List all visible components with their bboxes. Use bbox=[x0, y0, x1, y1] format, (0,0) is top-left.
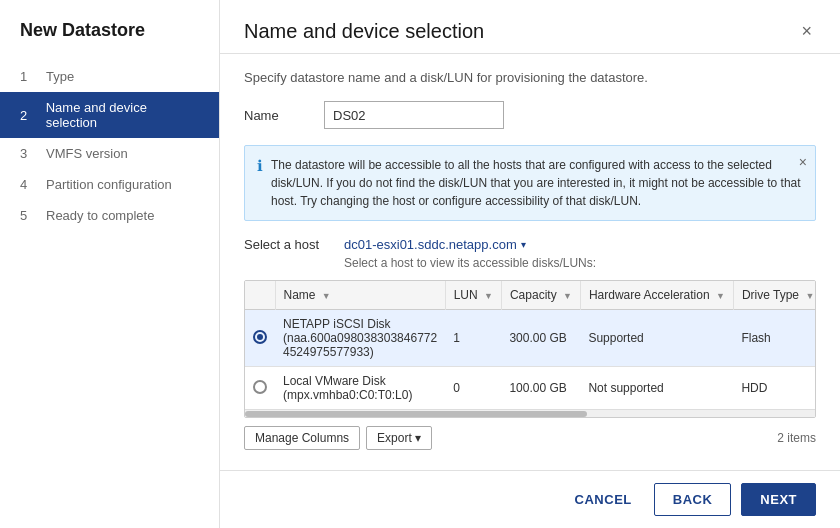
sidebar-item-name-device[interactable]: 2 Name and device selection bbox=[0, 92, 219, 138]
table-actions: Manage Columns Export ▾ 2 items bbox=[244, 426, 816, 450]
cell-capacity-2: 100.00 GB bbox=[501, 367, 580, 410]
sidebar-item-partition[interactable]: 4 Partition configuration bbox=[0, 169, 219, 200]
cell-name-2: Local VMware Disk (mpx.vmhba0:C0:T0:L0) bbox=[275, 367, 445, 410]
step-num-2: 2 bbox=[20, 108, 38, 123]
col-hw-accel[interactable]: Hardware Acceleration ▼ bbox=[580, 281, 733, 310]
sort-icon-drive: ▼ bbox=[805, 291, 814, 301]
cell-hw-2: Not supported bbox=[580, 367, 733, 410]
main-footer: CANCEL BACK NEXT bbox=[220, 470, 840, 528]
sidebar-item-ready[interactable]: 5 Ready to complete bbox=[0, 200, 219, 231]
sidebar-label-type: Type bbox=[46, 69, 74, 84]
new-datastore-dialog: New Datastore 1 Type 2 Name and device s… bbox=[0, 0, 840, 528]
subtitle-text: Specify datastore name and a disk/LUN fo… bbox=[244, 70, 816, 85]
sort-icon-capacity: ▼ bbox=[563, 291, 572, 301]
cell-drive-2: HDD bbox=[733, 367, 815, 410]
select-host-label: Select a host bbox=[244, 237, 344, 252]
scrollbar-thumb[interactable] bbox=[245, 411, 587, 417]
sort-icon-hw: ▼ bbox=[716, 291, 725, 301]
col-radio bbox=[245, 281, 275, 310]
sidebar-label-name-device: Name and device selection bbox=[46, 100, 199, 130]
step-num-4: 4 bbox=[20, 177, 38, 192]
host-row: Select a host dc01-esxi01.sddc.netapp.co… bbox=[244, 237, 816, 252]
table-header-row: Name ▼ LUN ▼ Capacity ▼ bbox=[245, 281, 815, 310]
info-icon: ℹ bbox=[257, 157, 263, 175]
radio-button-1[interactable] bbox=[253, 330, 267, 344]
name-label: Name bbox=[244, 108, 324, 123]
disk-table-container: Name ▼ LUN ▼ Capacity ▼ bbox=[244, 280, 816, 418]
main-panel: Name and device selection × Specify data… bbox=[220, 0, 840, 528]
cell-capacity-1: 300.00 GB bbox=[501, 310, 580, 367]
table-row[interactable]: Local VMware Disk (mpx.vmhba0:C0:T0:L0) … bbox=[245, 367, 815, 410]
wizard-sidebar: New Datastore 1 Type 2 Name and device s… bbox=[0, 0, 220, 528]
info-box: ℹ The datastore will be accessible to al… bbox=[244, 145, 816, 221]
info-text: The datastore will be accessible to all … bbox=[271, 156, 803, 210]
cell-hw-1: Supported bbox=[580, 310, 733, 367]
step-num-3: 3 bbox=[20, 146, 38, 161]
sidebar-label-partition: Partition configuration bbox=[46, 177, 172, 192]
export-button[interactable]: Export ▾ bbox=[366, 426, 432, 450]
cell-name-1: NETAPP iSCSI Disk (naa.600a0980383038467… bbox=[275, 310, 445, 367]
table-buttons: Manage Columns Export ▾ bbox=[244, 426, 432, 450]
step-num-5: 5 bbox=[20, 208, 38, 223]
name-form-row: Name bbox=[244, 101, 816, 129]
manage-columns-button[interactable]: Manage Columns bbox=[244, 426, 360, 450]
cell-lun-1: 1 bbox=[445, 310, 501, 367]
export-label: Export bbox=[377, 431, 412, 445]
sidebar-label-vmfs: VMFS version bbox=[46, 146, 128, 161]
col-name[interactable]: Name ▼ bbox=[275, 281, 445, 310]
radio-button-2[interactable] bbox=[253, 380, 267, 394]
next-button[interactable]: NEXT bbox=[741, 483, 816, 516]
sort-icon-lun: ▼ bbox=[484, 291, 493, 301]
close-info-button[interactable]: × bbox=[799, 154, 807, 170]
cancel-button[interactable]: CANCEL bbox=[563, 484, 644, 515]
dialog-title: New Datastore bbox=[0, 20, 219, 61]
sidebar-item-vmfs[interactable]: 3 VMFS version bbox=[0, 138, 219, 169]
horizontal-scrollbar[interactable] bbox=[245, 409, 815, 417]
export-chevron-icon: ▾ bbox=[415, 431, 421, 445]
host-dropdown[interactable]: dc01-esxi01.sddc.netapp.com ▾ bbox=[344, 237, 526, 252]
item-count: 2 items bbox=[777, 431, 816, 445]
chevron-down-icon: ▾ bbox=[521, 239, 526, 250]
host-value: dc01-esxi01.sddc.netapp.com bbox=[344, 237, 517, 252]
name-input[interactable] bbox=[324, 101, 504, 129]
host-hint: Select a host to view its accessible dis… bbox=[344, 256, 816, 270]
sort-icon-name: ▼ bbox=[322, 291, 331, 301]
main-body: Specify datastore name and a disk/LUN fo… bbox=[220, 54, 840, 470]
main-header: Name and device selection × bbox=[220, 0, 840, 54]
col-drive-type[interactable]: Drive Type ▼ bbox=[733, 281, 815, 310]
disk-table: Name ▼ LUN ▼ Capacity ▼ bbox=[245, 281, 815, 409]
col-capacity[interactable]: Capacity ▼ bbox=[501, 281, 580, 310]
table-row[interactable]: NETAPP iSCSI Disk (naa.600a0980383038467… bbox=[245, 310, 815, 367]
col-lun[interactable]: LUN ▼ bbox=[445, 281, 501, 310]
close-button[interactable]: × bbox=[797, 21, 816, 42]
table-scroll: Name ▼ LUN ▼ Capacity ▼ bbox=[245, 281, 815, 409]
cell-lun-2: 0 bbox=[445, 367, 501, 410]
sidebar-item-type[interactable]: 1 Type bbox=[0, 61, 219, 92]
cell-drive-1: Flash bbox=[733, 310, 815, 367]
radio-cell-2[interactable] bbox=[245, 367, 275, 410]
radio-cell-1[interactable] bbox=[245, 310, 275, 367]
back-button[interactable]: BACK bbox=[654, 483, 732, 516]
sidebar-label-ready: Ready to complete bbox=[46, 208, 154, 223]
main-title: Name and device selection bbox=[244, 20, 484, 43]
step-num-1: 1 bbox=[20, 69, 38, 84]
